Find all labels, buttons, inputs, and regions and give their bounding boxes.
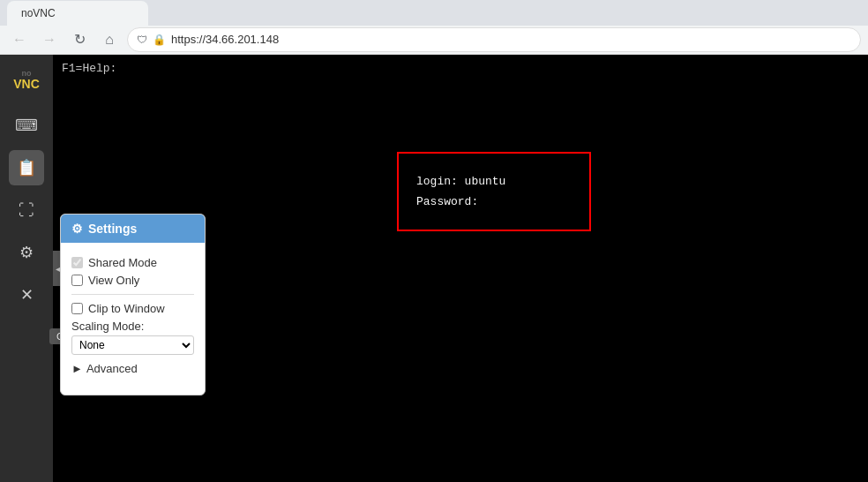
advanced-row[interactable]: ► Advanced [71,362,194,375]
keyboard-button[interactable]: ⌨ [9,108,44,143]
browser-tab[interactable]: noVNC [7,1,148,26]
disconnect-button[interactable]: ✕ [9,277,44,313]
settings-divider [71,294,194,295]
view-only-checkbox[interactable] [71,275,83,286]
settings-icon: ⚙ [19,243,34,262]
home-button[interactable]: ⌂ [97,27,122,52]
clip-to-window-checkbox[interactable] [71,303,83,314]
clipboard-button[interactable]: 📋 [9,150,44,185]
main-area: no VNC ⌨ 📋 ⛶ ⚙ ✕ ◀ Clipboard F1=Help: lo… [0,55,868,482]
shared-mode-label: Shared Mode [88,256,157,269]
clip-to-window-label: Clip to Window [88,302,165,315]
clipboard-icon: 📋 [17,158,36,177]
view-only-row: View Only [71,274,194,287]
settings-body: Shared Mode View Only Clip to Window Sca… [61,243,205,384]
settings-button[interactable]: ⚙ [9,235,44,270]
scaling-mode-select[interactable]: None Scale Local Remote Resizing [71,335,194,355]
login-box: login: ubuntu Password: [397,152,591,231]
settings-panel: ⚙ Settings Shared Mode View Only Clip to… [60,214,206,395]
login-line1: login: ubuntu [416,171,572,192]
advanced-label: Advanced [86,362,138,375]
clip-to-window-row: Clip to Window [71,302,194,315]
browser-tabs: noVNC [0,0,868,26]
login-line2: Password: [416,192,572,212]
fullscreen-icon: ⛶ [19,201,34,220]
logo-vnc: VNC [13,78,40,90]
address-bar[interactable]: 🛡 🔒 https://34.66.201.148 [127,27,861,52]
disconnect-icon: ✕ [20,285,34,305]
terminal-hint: F1=Help: [62,62,116,75]
fullscreen-button[interactable]: ⛶ [9,192,44,228]
tab-title: noVNC [21,7,56,19]
settings-gear-icon: ⚙ [71,222,83,236]
settings-title: Settings [88,222,137,236]
back-button[interactable]: ← [7,27,32,52]
scaling-mode-label: Scaling Mode: [71,320,194,333]
shared-mode-checkbox[interactable] [71,257,83,268]
url-text: https://34.66.201.148 [171,33,279,46]
browser-chrome: noVNC ← → ↻ ⌂ 🛡 🔒 https://34.66.201.148 [0,0,868,55]
shared-mode-row: Shared Mode [71,256,194,269]
reload-button[interactable]: ↻ [67,27,92,52]
shield-icon: 🛡 [137,34,147,46]
forward-button[interactable]: → [37,27,62,52]
advanced-arrow-icon: ► [71,362,83,375]
lock-icon: 🔒 [153,34,166,46]
settings-header: ⚙ Settings [61,215,205,243]
keyboard-icon: ⌨ [15,116,38,135]
novnc-logo: no VNC [9,62,44,97]
browser-toolbar: ← → ↻ ⌂ 🛡 🔒 https://34.66.201.148 [0,26,868,54]
novnc-sidebar: no VNC ⌨ 📋 ⛶ ⚙ ✕ ◀ [0,55,53,482]
view-only-label: View Only [88,274,139,287]
